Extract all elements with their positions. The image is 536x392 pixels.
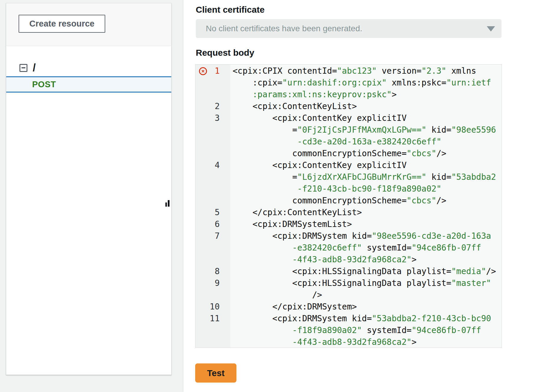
code-line: <cpix:DRMSystem kid="98ee5596-cd3e-a20d-… [230,230,491,242]
code-line: ="L6jzdXrXAFbCJGBuMrrKrG==" kid="53abdba… [230,171,496,183]
line-number: 10 [195,301,230,313]
editor-row: -cd3e-a20d-163a-e382420c6eff" [195,136,502,148]
line-number [195,195,230,207]
editor-row: 10 </cpix:DRMSystem> [195,301,502,313]
editor-row: 3 <cpix:ContentKey explicitIV [195,112,502,124]
editor-row: 11 <cpix:DRMSystem kid="53abdba2-f210-43… [195,313,502,325]
editor-row: commonEncryptionScheme="cbcs"/> [195,195,502,207]
line-number: 4 [195,159,230,171]
code-line: :cpix="urn:dashif:org:cpix" xmlns:pskc="… [230,77,491,89]
code-line: </cpix:DRMSystem> [230,301,357,313]
pane-resize-handle[interactable] [165,197,170,207]
line-number: 1 [195,65,230,77]
code-line: -cd3e-a20d-163a-e382420c6eff" [230,136,441,148]
line-number: 7 [195,230,230,242]
editor-row: 4 <cpix:ContentKey explicitIV [195,159,502,171]
client-certificate-placeholder: No client certificates have been generat… [206,24,362,33]
line-number [195,254,230,266]
chevron-down-icon [487,26,495,32]
line-number [195,336,230,348]
editor-row: 9 <cpix:HLSSignalingData playlist="maste… [195,277,502,289]
code-line: -4f43-adb8-93d2fa968ca2"> [230,254,417,266]
line-number [195,77,230,89]
editor-row: -f210-43cb-bc90-f18f9a890a02" [195,183,502,195]
code-line: ="0Fj2IjCsPJFfMAxmQxLGPw==" kid="98ee559… [230,124,496,136]
editor-row: 7 <cpix:DRMSystem kid="98ee5596-cd3e-a20… [195,230,502,242]
line-number [195,124,230,136]
line-number: 5 [195,207,230,218]
client-certificate-dropdown[interactable]: No client certificates have been generat… [196,19,502,38]
code-line: -f210-43cb-bc90-f18f9a890a02" [230,183,441,195]
line-number [195,171,230,183]
code-line: </cpix:ContentKeyList> [230,207,362,218]
editor-row: /> [195,289,502,301]
editor-row: 8 <cpix:HLSSignalingData playlist="media… [195,266,502,277]
code-line: <cpix:HLSSignalingData playlist="master" [230,277,491,289]
code-line: /> [230,289,322,301]
method-row-post[interactable]: POST [6,76,171,93]
line-number: 3 [195,112,230,124]
line-number: 11 [195,313,230,325]
line-number [195,136,230,148]
line-number: 2 [195,101,230,112]
editor-row: 6 <cpix:DRMSystemList> [195,218,502,230]
editor-row: 2 <cpix:ContentKeyList> [195,101,502,112]
line-number [195,89,230,101]
code-line: <cpix:ContentKeyList> [230,101,357,112]
code-line: commonEncryptionScheme="cbcs"/> [230,148,446,159]
line-number [195,183,230,195]
code-line: commonEncryptionScheme="cbcs"/> [230,195,446,207]
editor-row: -4f43-adb8-93d2fa968ca2"> [195,336,502,348]
code-line: <cpix:ContentKey explicitIV [230,159,407,171]
code-line: :params:xml:ns:keyprov:pskc"> [230,89,397,101]
editor-row: :params:xml:ns:keyprov:pskc"> [195,89,502,101]
editor-row: 1<cpix:CPIX contentId="abc123" version="… [195,65,502,77]
resources-panel: Create resource / POST [6,3,172,375]
minus-glyph [22,67,25,68]
code-line: <cpix:CPIX contentId="abc123" version="2… [230,65,476,77]
request-body-heading: Request body [196,48,254,58]
editor-row: commonEncryptionScheme="cbcs"/> [195,148,502,159]
resource-root-path: / [33,62,36,73]
code-rows: 1<cpix:CPIX contentId="abc123" version="… [195,65,502,348]
post-method-label: POST [32,80,56,89]
resize-grip-bar [165,202,167,207]
request-body-editor[interactable]: ✕ 1<cpix:CPIX contentId="abc123" version… [195,64,502,348]
editor-row: -f18f9a890a02" systemId="94ce86fb-07ff [195,325,502,336]
editor-row: :cpix="urn:dashif:org:cpix" xmlns:pskc="… [195,77,502,89]
line-number: 9 [195,277,230,289]
line-number [195,148,230,159]
line-number [195,325,230,336]
client-certificate-heading: Client certificate [196,5,264,15]
code-line: <cpix:DRMSystemList> [230,218,352,230]
editor-row: ="L6jzdXrXAFbCJGBuMrrKrG==" kid="53abdba… [195,171,502,183]
line-number: 6 [195,218,230,230]
test-button[interactable]: Test [195,363,236,383]
resources-panel-header: Create resource [6,3,171,46]
collapse-minus-icon[interactable] [19,64,27,72]
code-line: <cpix:HLSSignalingData playlist="media"/… [230,266,496,277]
resize-grip-bar [168,200,170,207]
code-line: -f18f9a890a02" systemId="94ce86fb-07ff [230,325,481,336]
create-resource-button[interactable]: Create resource [19,15,105,33]
code-line: -4f43-adb8-93d2fa968ca2"> [230,336,417,348]
editor-row: -4f43-adb8-93d2fa968ca2"> [195,254,502,266]
resource-root-row[interactable]: / [6,59,171,76]
line-number [195,289,230,301]
code-line: -e382420c6eff" systemId="94ce86fb-07ff [230,242,481,254]
code-line: <cpix:DRMSystem kid="53abdba2-f210-43cb-… [230,313,491,325]
editor-row: -e382420c6eff" systemId="94ce86fb-07ff [195,242,502,254]
method-test-panel: Client certificate No client certificate… [183,0,536,392]
editor-row: 5 </cpix:ContentKeyList> [195,207,502,218]
line-number [195,242,230,254]
line-number: 8 [195,266,230,277]
code-line: <cpix:ContentKey explicitIV [230,112,407,124]
editor-row: ="0Fj2IjCsPJFfMAxmQxLGPw==" kid="98ee559… [195,124,502,136]
